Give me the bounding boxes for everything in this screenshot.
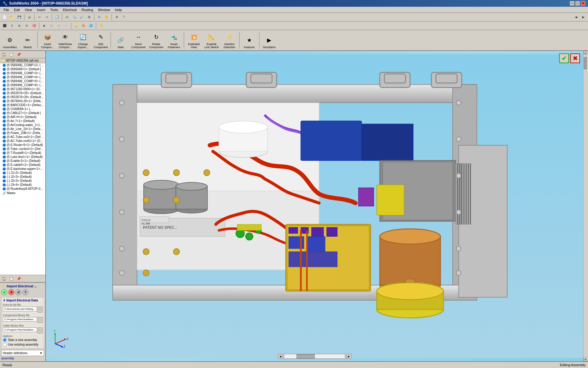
lighting-btn[interactable]: 💡 (73, 22, 80, 29)
tree2-btn1[interactable]: 🏠 (1, 275, 7, 282)
scroll-right[interactable]: ▶ (346, 354, 351, 359)
redo-btn[interactable]: ↪ (43, 14, 50, 21)
tree-btn1[interactable]: 🏠 (1, 51, 7, 58)
scroll-left[interactable]: ◀ (278, 354, 283, 359)
rotate-btn[interactable]: ↻ RotateComponent (148, 31, 165, 50)
zoom2-btn[interactable]: ⊙ (9, 22, 15, 29)
tree-item[interactable]: 🔵(f) RouteAssy8-00TOP-069... (0, 187, 45, 191)
scroll-thumb[interactable] (584, 57, 587, 69)
insert-btn[interactable]: 📦 InsertCompon... (39, 31, 56, 50)
explodeline-btn[interactable]: 📐 ExplodeLine Sketch (203, 31, 220, 50)
tree-item[interactable]: 🔵(f) 0589496_COMP<3> (De... (0, 71, 45, 75)
tree-item[interactable]: 🔵(f) 0676043-26<1> (Defa... (0, 99, 45, 103)
menu-item-help[interactable]: Help (112, 7, 124, 12)
undo-btn[interactable]: ↩ (36, 14, 43, 21)
header-def-dropdown[interactable]: Header definitions ▼ (1, 350, 44, 356)
hideshow-btn[interactable]: 👁 Hide/ShowCompon... (57, 31, 74, 50)
scene-btn[interactable]: 🌐 (88, 22, 94, 29)
tree-item[interactable]: 🔵(f) T-RouteB<1> (Default) (0, 151, 45, 155)
menu-item-tools[interactable]: Tools (48, 7, 61, 12)
mate-btn[interactable]: 🔗 Mate (112, 31, 129, 50)
exploded-btn[interactable]: 💥 ExplodedView (185, 31, 202, 50)
tree-item[interactable]: 🔵(f) C030899<1> (... (0, 107, 45, 111)
tree-item[interactable]: 🔵(f) Air-7<1> (Default) (0, 119, 45, 123)
display1-btn[interactable]: ■ (41, 22, 47, 29)
radio1-input[interactable] (3, 338, 7, 342)
print-btn[interactable]: 🖨 (26, 14, 33, 21)
import-refresh-btn[interactable]: ↺ (15, 289, 21, 295)
radio2-input[interactable] (3, 343, 7, 347)
scroll-up-arrow[interactable]: ▲ (583, 51, 587, 55)
rotate-view-btn[interactable]: ↻ (96, 14, 103, 21)
tree-item[interactable]: 🔵(f) Ecable-5<1> (Default) (0, 159, 45, 163)
tree-item[interactable]: 🔵(f) E-backview-upper<1> (... (0, 167, 45, 171)
zoom-in-btn[interactable]: 🔍 (71, 14, 78, 21)
zoom-area-btn[interactable]: ⊞ (86, 14, 92, 21)
section-header[interactable]: ▼ Import Electrical Data (3, 299, 43, 302)
tree-item[interactable]: 🔵(-) J1<3> (Default) (0, 171, 45, 175)
options-btn[interactable]: ⚙ (113, 14, 120, 21)
tree-item[interactable]: 🔵(f) Lube-line1<1> (Default) (0, 155, 45, 159)
display3-btn[interactable]: ▪ (55, 22, 62, 29)
tree-item[interactable]: 🔵(f) 0553576<25> (Default... (0, 91, 45, 95)
tree-item[interactable]: 🔵(f) E-cable5<1> (Default) (0, 163, 45, 167)
import-cancel-btn[interactable]: ✕ (8, 289, 14, 295)
zoom-fit-btn[interactable]: ⊡ (64, 14, 70, 21)
mates-item[interactable]: 🔗 Mates (0, 191, 45, 195)
tree-item[interactable]: 🔵(f) 0671283-0000<1> (Def... (0, 87, 45, 91)
scroll-down-arrow[interactable]: ▼ (583, 358, 587, 361)
tree-btn3[interactable]: 📌 (15, 51, 22, 58)
menu-item-routing[interactable]: Routing (79, 7, 96, 12)
prev-view-btn[interactable]: ◀ (573, 14, 579, 21)
comp-lib-browse[interactable]: ... (38, 317, 43, 323)
tree-item[interactable]: 🔵(f) Air_Line_10<1> (Defau... (0, 127, 45, 131)
display2-btn[interactable]: □ (48, 22, 55, 29)
pan-btn[interactable]: ✋ (103, 14, 110, 21)
move-btn[interactable]: ↔ MoveComponent (130, 31, 147, 50)
tree-btn2[interactable]: 📋 (8, 51, 15, 58)
display4-btn[interactable]: ▫ (63, 22, 70, 29)
cable-lib-browse[interactable]: ... (38, 328, 43, 333)
material-btn[interactable]: 🎨 (80, 22, 87, 29)
from-list-value[interactable]: C:\Documents and Setting... (3, 307, 37, 311)
menu-item-view[interactable]: View (22, 7, 35, 12)
viewport-cancel-button[interactable]: ✖ (570, 53, 580, 63)
tree-item[interactable]: 🔵(f) AC-Tube-no4G<1> (Def... (0, 139, 45, 143)
feature-tree[interactable]: 📁 00TOP-0692356 (all on) 🔵(f) 0589496_CO… (0, 58, 45, 275)
h-scroll-thumb[interactable] (296, 354, 315, 358)
simulation-btn[interactable]: ▶ Simulation (261, 31, 278, 50)
menu-item-file[interactable]: File (1, 7, 12, 12)
tree-item[interactable]: 🔵(f) 0589496_COMP<2> (De... (0, 63, 45, 67)
tree-item[interactable]: 🔵(f) Tube--control<1> (Defa... (0, 147, 45, 151)
sketch-btn[interactable]: ✏ Sketch (19, 31, 36, 50)
measure-btn[interactable]: 📏 (98, 22, 104, 29)
zoom-out-btn[interactable]: 🔎 (78, 14, 85, 21)
viewport[interactable]: ✔ ✖ (46, 51, 583, 361)
accept-button[interactable]: ✔ (559, 53, 569, 63)
close-button[interactable]: ✕ (581, 1, 586, 6)
tree-item[interactable]: 🔵(f) AIR-H<1> (Default) (0, 115, 45, 119)
menu-item-electrical[interactable]: Electrical (61, 7, 79, 12)
import-confirm-btn[interactable]: ✓ (1, 289, 7, 295)
edit-btn[interactable]: ✎ EditComponent (92, 31, 109, 50)
zoom3-btn[interactable]: ⊕ (16, 22, 23, 29)
view-orient-btn[interactable]: 🎯 (31, 22, 37, 29)
maximize-button[interactable]: □ (575, 1, 580, 6)
tree2-btn3[interactable]: 📌 (15, 275, 22, 282)
features-btn[interactable]: ★ Features (241, 31, 258, 50)
tree-item[interactable]: 🔵(f) 0589496_COMP<4> (De... (0, 75, 45, 79)
tree-item[interactable]: 🔵(f) 0589496_COMP<5> (De... (0, 79, 45, 83)
tree-item[interactable]: 🔵(-) J2<3> (Default) (0, 175, 45, 179)
from-list-browse[interactable]: ... (38, 307, 43, 312)
viewport-scrollbar[interactable]: ▲ ▼ (583, 51, 588, 361)
change-btn[interactable]: 🔄 ChangeSuprec... (74, 31, 92, 50)
zoom4-btn[interactable]: ⊖ (23, 22, 30, 29)
minimize-button[interactable]: ─ (570, 1, 575, 6)
tree-item[interactable]: 🔵(f) 0553576<26> (Default... (0, 95, 45, 99)
tree-item[interactable]: 🔵(f) 0589496_COMP<6> (De... (0, 83, 45, 87)
open-btn[interactable]: 📂 (9, 14, 15, 21)
help-btn[interactable]: ? (121, 14, 127, 21)
next-view-btn[interactable]: ▶ (580, 14, 587, 21)
tree-item[interactable]: 🔵(-) J3<3> (Default) (0, 179, 45, 183)
menu-item-edit[interactable]: Edit (12, 7, 22, 12)
